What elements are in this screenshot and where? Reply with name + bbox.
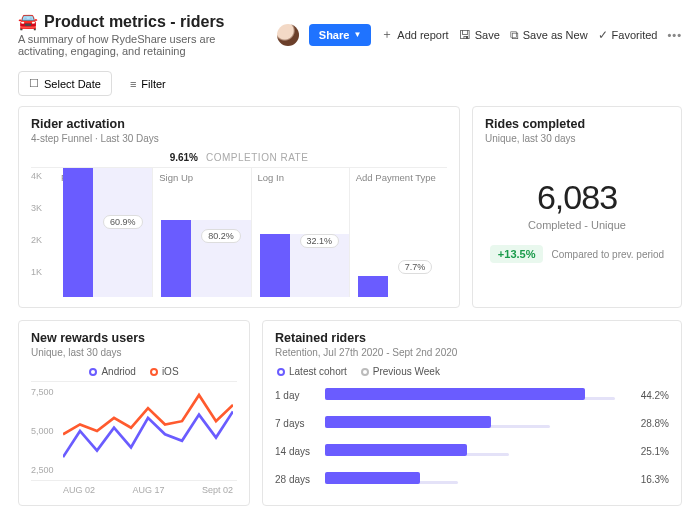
retention-subtitle: Retention, Jul 27th 2020 - Sept 2nd 2020: [275, 347, 669, 358]
ret-label: 7 days: [275, 418, 317, 429]
step-label: Sign Up: [159, 172, 193, 183]
funnel-step: Log In 32.1%: [251, 168, 349, 297]
funnel-y-axis: 4K 3K 2K 1K: [31, 168, 51, 297]
funnel-bar: [260, 234, 290, 297]
legend-item[interactable]: Latest cohort: [277, 366, 347, 377]
step-label: Log In: [258, 172, 284, 183]
save-as-new-label: Save as New: [523, 29, 588, 41]
funnel-step: Add Payment Type 7.7%: [349, 168, 447, 297]
ret-label: 1 day: [275, 390, 317, 401]
funnel-card: Rider activation 4-step Funnel · Last 30…: [18, 106, 460, 308]
funnel-area: [93, 168, 152, 297]
retention-row: 1 day 44.2%: [275, 381, 669, 409]
legend-label: Latest cohort: [289, 366, 347, 377]
xtick: AUG 17: [132, 485, 164, 495]
ret-bar-wrap: [325, 416, 621, 430]
funnel-step: First App Open 60.9%: [55, 168, 152, 297]
legend-item[interactable]: Andriod: [89, 366, 135, 377]
filter-icon: ≡: [130, 78, 136, 90]
drop-bubble: 60.9%: [103, 215, 143, 229]
row-2: New rewards users Unique, last 30 days A…: [18, 320, 682, 506]
page-title: 🚘 Product metrics - riders: [18, 12, 267, 31]
save-button[interactable]: 🖫 Save: [459, 28, 500, 42]
kpi-compare: Compared to prev. period: [551, 249, 664, 260]
save-as-new-button[interactable]: ⧉ Save as New: [510, 28, 588, 42]
legend-label: iOS: [162, 366, 179, 377]
retention-rows: 1 day 44.2% 7 days 28.8% 14 days: [275, 381, 669, 493]
save-label: Save: [475, 29, 500, 41]
rewards-title: New rewards users: [31, 331, 237, 345]
select-date-button[interactable]: ☐ Select Date: [18, 71, 112, 96]
completion-pct: 9.61%: [170, 152, 198, 163]
ret-bar: [325, 444, 467, 456]
controls-bar: ☐ Select Date ≡ Filter: [18, 71, 682, 96]
add-report-label: Add report: [397, 29, 448, 41]
funnel-step: Sign Up 80.2%: [152, 168, 250, 297]
page-title-text: Product metrics - riders: [44, 13, 225, 31]
funnel-subtitle: 4-step Funnel · Last 30 Days: [31, 133, 447, 144]
drop-bubble: 32.1%: [300, 234, 340, 248]
avatar[interactable]: [277, 24, 299, 46]
kpi-title: Rides completed: [485, 117, 669, 131]
save-icon: 🖫: [459, 28, 471, 42]
ret-bar: [325, 388, 585, 400]
funnel-chart: 4K 3K 2K 1K First App Open 60.9% Sign Up…: [31, 167, 447, 297]
legend-item[interactable]: Previous Week: [361, 366, 440, 377]
ret-label: 14 days: [275, 446, 317, 457]
drop-bubble: 80.2%: [201, 229, 241, 243]
legend-dot-icon: [89, 368, 97, 376]
kpi-delta: +13.5%: [490, 245, 544, 263]
legend-dot-icon: [361, 368, 369, 376]
check-icon: ✓: [598, 28, 608, 42]
legend-item[interactable]: iOS: [150, 366, 179, 377]
legend-dot-icon: [150, 368, 158, 376]
filter-label: Filter: [141, 78, 165, 90]
ytick: 1K: [31, 267, 42, 277]
ytick: 2,500: [31, 465, 54, 475]
kpi-card: Rides completed Unique, last 30 days 6,0…: [472, 106, 682, 308]
completion-rate: 9.61% COMPLETION RATE: [31, 152, 447, 163]
retention-legend: Latest cohort Previous Week: [277, 366, 669, 377]
title-block: 🚘 Product metrics - riders A summary of …: [18, 12, 267, 57]
retention-card: Retained riders Retention, Jul 27th 2020…: [262, 320, 682, 506]
line-series-android: [63, 411, 233, 457]
legend-label: Andriod: [101, 366, 135, 377]
ret-bar: [325, 472, 420, 484]
ret-bar: [325, 416, 491, 428]
drop-bubble: 7.7%: [398, 260, 433, 274]
ret-pct: 44.2%: [629, 390, 669, 401]
funnel-plot: First App Open 60.9% Sign Up 80.2% Log I…: [55, 168, 447, 297]
line-series-ios: [63, 395, 233, 434]
funnel-bar: [161, 220, 191, 297]
funnel-bar: [63, 168, 93, 297]
retention-row: 28 days 16.3%: [275, 465, 669, 493]
more-menu-button[interactable]: •••: [667, 29, 682, 41]
kpi-subtitle: Unique, last 30 days: [485, 133, 669, 144]
funnel-bar: [358, 276, 388, 297]
xtick: AUG 02: [63, 485, 95, 495]
dashboard-header: 🚘 Product metrics - riders A summary of …: [18, 12, 682, 57]
filter-button[interactable]: ≡ Filter: [120, 71, 176, 96]
ret-pct: 28.8%: [629, 418, 669, 429]
rewards-subtitle: Unique, last 30 days: [31, 347, 237, 358]
car-emoji-icon: 🚘: [18, 12, 38, 31]
ret-pct: 25.1%: [629, 446, 669, 457]
select-date-label: Select Date: [44, 78, 101, 90]
ret-pct: 16.3%: [629, 474, 669, 485]
ret-label: 28 days: [275, 474, 317, 485]
favorited-button[interactable]: ✓ Favorited: [598, 28, 658, 42]
funnel-title: Rider activation: [31, 117, 447, 131]
kpi-foot: +13.5% Compared to prev. period: [490, 245, 664, 263]
ytick: 2K: [31, 235, 42, 245]
completion-label: COMPLETION RATE: [206, 152, 308, 163]
ret-bar-wrap: [325, 472, 621, 486]
plus-icon: ＋: [381, 26, 393, 43]
ytick: 7,500: [31, 387, 54, 397]
add-report-button[interactable]: ＋ Add report: [381, 26, 448, 43]
share-label: Share: [319, 29, 350, 41]
ytick: 5,000: [31, 426, 54, 436]
share-button[interactable]: Share ▼: [309, 24, 372, 46]
copy-icon: ⧉: [510, 28, 519, 42]
favorited-label: Favorited: [612, 29, 658, 41]
ytick: 4K: [31, 171, 42, 181]
